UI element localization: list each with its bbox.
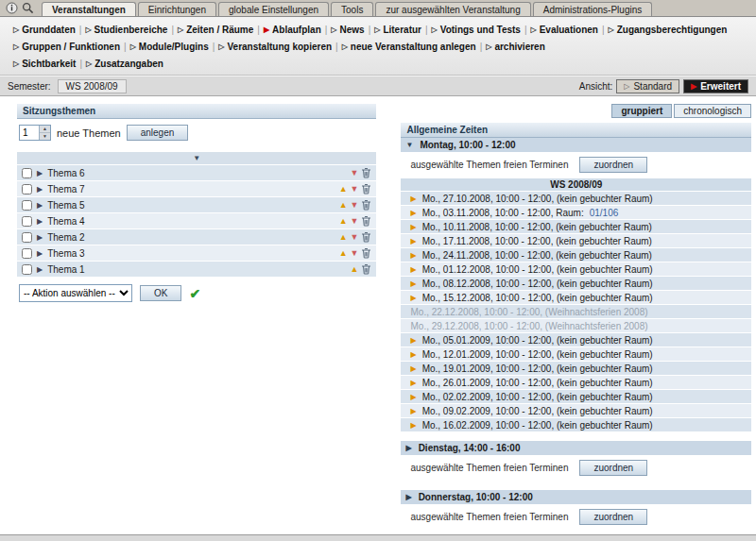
nav-link-sichtbarkeit[interactable]: ▷Sichtbarkeit: [9, 59, 79, 69]
assign-button[interactable]: zuordnen: [579, 157, 647, 173]
stepper-arrows-icon[interactable]: ▲▼: [39, 126, 50, 140]
topic-expand-icon[interactable]: ▶: [37, 265, 43, 274]
nav-link-grunddaten[interactable]: ▷Grunddaten: [9, 25, 79, 35]
topic-checkbox[interactable]: [22, 200, 32, 211]
date-row[interactable]: ▶Mo., 09.02.2009, 10:00 - 12:00, (kein g…: [401, 404, 751, 418]
topic-expand-icon[interactable]: ▶: [37, 217, 43, 226]
date-row[interactable]: ▶Mo., 27.10.2008, 10:00 - 12:00, (kein g…: [401, 192, 751, 206]
assign-button[interactable]: zuordnen: [579, 509, 647, 525]
nav-link-veranstaltung-kopieren[interactable]: ▷Veranstaltung kopieren: [215, 42, 335, 52]
move-up-icon[interactable]: ▲: [351, 265, 359, 274]
nav-row: ▷Sichtbarkeit|▷Zusatzangaben: [9, 55, 747, 72]
create-topics-button[interactable]: anlegen: [127, 125, 189, 141]
assign-button[interactable]: zuordnen: [579, 460, 647, 476]
move-down-icon[interactable]: ▼: [351, 169, 359, 178]
tab-administrations-plugins[interactable]: Administrations-Plugins: [533, 2, 653, 16]
date-row[interactable]: Mo., 29.12.2008, 10:00 - 12:00, (Weihnac…: [401, 319, 751, 333]
date-row[interactable]: ▶Mo., 17.11.2008, 10:00 - 12:00, (kein g…: [401, 234, 751, 248]
nav-link-zugangsberechtigungen[interactable]: ▷Zugangsberechtigungen: [605, 25, 731, 35]
trash-icon[interactable]: [361, 183, 371, 194]
date-row[interactable]: ▶Mo., 03.11.2008, 10:00 - 12:00, Raum: 0…: [401, 206, 751, 220]
move-down-icon[interactable]: ▼: [351, 201, 359, 210]
new-topics-count-stepper[interactable]: ▲▼: [19, 125, 51, 141]
move-up-icon[interactable]: ▲: [339, 233, 348, 242]
date-row[interactable]: ▶Mo., 01.12.2008, 10:00 - 12:00, (kein g…: [401, 262, 751, 277]
info-icon[interactable]: [6, 2, 18, 14]
date-row[interactable]: ▶Mo., 08.12.2008, 10:00 - 12:00, (kein g…: [401, 277, 751, 291]
topic-expand-icon[interactable]: ▶: [37, 201, 43, 210]
new-topics-count-input[interactable]: [20, 126, 39, 140]
topic-checkbox[interactable]: [22, 216, 32, 227]
move-down-icon[interactable]: ▼: [351, 249, 359, 258]
grouping-tab-chronologisch[interactable]: chronologisch: [674, 104, 751, 118]
date-row[interactable]: ▶Mo., 19.01.2009, 10:00 - 12:00, (kein g…: [401, 362, 751, 376]
nav-link-evaluationen[interactable]: ▷Evaluationen: [527, 25, 602, 35]
date-row[interactable]: ▶Mo., 05.01.2009, 10:00 - 12:00, (kein g…: [401, 333, 751, 347]
date-row[interactable]: ▶Mo., 12.01.2009, 10:00 - 12:00, (kein g…: [401, 347, 751, 362]
date-row[interactable]: ▶Mo., 15.12.2008, 10:00 - 12:00, (kein g…: [401, 291, 751, 305]
move-up-icon[interactable]: ▲: [339, 201, 348, 210]
topic-checkbox[interactable]: [22, 248, 32, 259]
date-row[interactable]: ▶Mo., 24.11.2008, 10:00 - 12:00, (kein g…: [401, 248, 751, 262]
expand-icon[interactable]: ▶: [405, 444, 411, 452]
semester-value[interactable]: WS 2008/09: [58, 79, 127, 93]
tab-tools[interactable]: Tools: [331, 2, 373, 16]
collapse-all-icon[interactable]: ▼: [193, 154, 200, 162]
topic-checkbox[interactable]: [22, 264, 32, 275]
view-button-erweitert[interactable]: ▶Erweitert: [683, 79, 748, 93]
move-down-icon[interactable]: ▼: [351, 185, 359, 194]
collapse-icon[interactable]: ▼: [405, 141, 413, 149]
trash-icon[interactable]: [361, 263, 371, 275]
topic-expand-icon[interactable]: ▶: [37, 249, 43, 258]
topic-expand-icon[interactable]: ▶: [37, 233, 43, 242]
view-button-standard[interactable]: ▷Standard: [616, 79, 679, 93]
move-down-icon[interactable]: ▼: [351, 217, 359, 226]
ok-button[interactable]: OK: [140, 285, 181, 301]
nav-link-votings-und-tests[interactable]: ▷Votings und Tests: [428, 25, 524, 35]
topic-expand-icon[interactable]: ▶: [37, 185, 43, 194]
date-row[interactable]: ▶Mo., 26.01.2009, 10:00 - 12:00, (kein g…: [401, 376, 751, 390]
date-row[interactable]: ▶Mo., 02.02.2009, 10:00 - 12:00, (kein g…: [401, 390, 751, 404]
room-link[interactable]: 01/106: [590, 208, 619, 218]
trash-icon[interactable]: [361, 231, 371, 243]
action-select[interactable]: -- Aktion auswählen --: [19, 284, 132, 302]
nav-link-neue-veranstaltung-anlegen[interactable]: ▷neue Veranstaltung anlegen: [338, 42, 480, 52]
nav-link-news[interactable]: ▷News: [327, 25, 368, 35]
expand-icon[interactable]: ▶: [405, 493, 411, 501]
time-group-header-montag-10-00-12-00[interactable]: ▼Montag, 10:00 - 12:00: [401, 138, 751, 153]
nav-link-module-plugins[interactable]: ▷Module/Plugins: [127, 42, 213, 52]
nav-link-literatur[interactable]: ▷Literatur: [370, 25, 425, 35]
nav-link-ablaufplan[interactable]: ▶Ablaufplan: [260, 25, 325, 35]
tab-globale-einstellungen[interactable]: globale Einstellungen: [218, 2, 329, 16]
nav-link-zeiten-räume[interactable]: ▷Zeiten / Räume: [174, 25, 257, 35]
nav-link-studienbereiche[interactable]: ▷Studienbereiche: [81, 25, 171, 35]
move-up-icon[interactable]: ▲: [339, 217, 348, 226]
date-row[interactable]: ▶Mo., 10.11.2008, 10:00 - 12:00, (kein g…: [401, 220, 751, 234]
move-up-icon[interactable]: ▲: [339, 249, 348, 258]
trash-icon[interactable]: [361, 247, 371, 259]
tab-zur-ausgewählten-veranstaltung[interactable]: zur ausgewählten Veranstaltung: [375, 2, 530, 16]
move-up-icon[interactable]: ▲: [339, 185, 348, 194]
topic-checkbox[interactable]: [22, 184, 32, 194]
tab-veranstaltungen[interactable]: Veranstaltungen: [42, 2, 136, 16]
topic-checkbox[interactable]: [22, 168, 32, 178]
date-row[interactable]: Mo., 22.12.2008, 10:00 - 12:00, (Weihnac…: [401, 305, 751, 319]
trash-icon[interactable]: [361, 167, 371, 178]
topic-expand-icon[interactable]: ▶: [37, 169, 43, 178]
time-group-header-dienstag-14-00-16-00[interactable]: ▶Dienstag, 14:00 - 16:00: [401, 441, 751, 456]
nav-link-label: Zusatzangaben: [94, 59, 163, 69]
nav-link-gruppen-funktionen[interactable]: ▷Gruppen / Funktionen: [9, 42, 124, 52]
grouping-tab-gruppiert[interactable]: gruppiert: [611, 104, 672, 118]
collapse-all-row[interactable]: ▼: [17, 152, 376, 165]
search-icon[interactable]: [22, 2, 34, 14]
nav-link-archivieren[interactable]: ▷archivieren: [482, 42, 549, 52]
move-down-icon[interactable]: ▼: [351, 233, 359, 242]
topic-checkbox[interactable]: [22, 232, 32, 243]
time-group-header-donnerstag-10-00-12-00[interactable]: ▶Donnerstag, 10:00 - 12:00: [401, 490, 751, 505]
assign-text: ausgewählte Themen freien Terminen: [410, 512, 568, 522]
nav-link-zusatzangaben[interactable]: ▷Zusatzangaben: [82, 59, 167, 69]
tab-einrichtungen[interactable]: Einrichtungen: [138, 2, 216, 16]
date-row[interactable]: ▶Mo., 16.02.2009, 10:00 - 12:00, (kein g…: [401, 418, 751, 432]
trash-icon[interactable]: [361, 215, 371, 227]
trash-icon[interactable]: [361, 199, 371, 211]
